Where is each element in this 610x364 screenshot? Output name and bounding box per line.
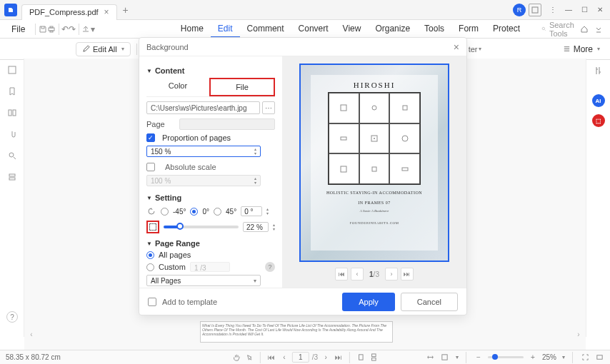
scroll-right-icon[interactable]: ›: [573, 328, 584, 340]
opacity-value-input[interactable]: 22 %: [243, 222, 269, 232]
menu-convert[interactable]: Convert: [291, 21, 336, 38]
svg-rect-21: [341, 166, 346, 172]
document-tab[interactable]: PDF_Compress.pdf ×: [21, 4, 117, 20]
app-badge-icon[interactable]: ⬚: [592, 114, 605, 127]
attachment-icon[interactable]: [6, 128, 18, 140]
preview-title: HIROSHI: [354, 81, 396, 89]
print-icon[interactable]: [47, 21, 56, 37]
svg-rect-10: [9, 174, 15, 176]
help-icon[interactable]: ?: [6, 311, 18, 323]
bookmarks-icon[interactable]: [6, 86, 18, 97]
close-window-button[interactable]: ✕: [593, 3, 607, 17]
setting-section-header[interactable]: ▼Setting: [146, 193, 275, 202]
cancel-button[interactable]: Cancel: [401, 293, 458, 311]
menu-form[interactable]: Form: [451, 21, 486, 38]
svg-point-15: [372, 106, 376, 110]
absolute-checkbox[interactable]: [146, 163, 155, 171]
search-panel-icon[interactable]: [6, 150, 18, 161]
fullscreen-icon[interactable]: [580, 353, 590, 363]
proportion-input[interactable]: 150 % ▴▾: [146, 146, 261, 157]
angle-neg45-radio[interactable]: [161, 208, 169, 216]
select-tool-icon[interactable]: [244, 353, 254, 363]
browse-button[interactable]: ⋯: [262, 101, 275, 114]
last-page-icon[interactable]: ⏭: [401, 268, 414, 280]
undo-icon[interactable]: ↶: [61, 21, 69, 37]
custom-range-input[interactable]: 1 /3: [190, 262, 230, 272]
split-icon[interactable]: [6, 107, 18, 118]
user-avatar[interactable]: R: [513, 4, 526, 16]
proportion-checkbox[interactable]: ✓: [146, 133, 155, 142]
menu-edit[interactable]: Edit: [211, 21, 240, 38]
tab-file[interactable]: File: [209, 78, 275, 96]
continuous-icon[interactable]: [369, 353, 379, 363]
page-number-input[interactable]: 1: [292, 352, 309, 363]
menu-home[interactable]: Home: [174, 21, 211, 38]
prev-page-icon[interactable]: ‹: [351, 268, 364, 280]
prev-icon[interactable]: ‹: [279, 353, 289, 363]
more-button[interactable]: More ▾: [557, 42, 606, 56]
minimize-button[interactable]: —: [561, 3, 576, 17]
zoom-out-icon[interactable]: −: [474, 353, 484, 363]
next-icon[interactable]: ›: [321, 353, 331, 363]
add-template-checkbox[interactable]: [148, 298, 156, 306]
scroll-left-icon[interactable]: ‹: [26, 328, 37, 340]
next-page-icon[interactable]: ›: [385, 268, 398, 280]
svg-rect-22: [372, 167, 376, 171]
stack-icon[interactable]: [6, 171, 18, 183]
close-tab-icon[interactable]: ×: [104, 7, 109, 17]
zoom-slider[interactable]: [488, 356, 524, 358]
first-icon[interactable]: ⏮: [266, 353, 276, 363]
file-path-input[interactable]: C:\Users\ws\Pictures\earth.jpg: [146, 101, 260, 114]
background-dialog: Background × ▼Content Color File C:\User…: [139, 37, 467, 315]
menu-view[interactable]: View: [336, 21, 369, 38]
angle-0-radio[interactable]: [190, 208, 198, 216]
fit-width-icon[interactable]: [426, 353, 436, 363]
read-mode-icon[interactable]: [594, 353, 604, 363]
last-icon[interactable]: ⏭: [334, 353, 344, 363]
save-icon[interactable]: [39, 21, 47, 37]
collapse-icon[interactable]: [594, 23, 603, 36]
edit-all-button[interactable]: Edit All ▾: [76, 42, 131, 56]
page-field[interactable]: [179, 118, 275, 130]
hand-tool-icon[interactable]: [231, 353, 241, 363]
dropdown-icon[interactable]: ▾: [90, 21, 95, 37]
thumbnails-icon[interactable]: [6, 64, 18, 76]
maximize-button[interactable]: ☐: [577, 3, 591, 17]
menu-protect[interactable]: Protect: [486, 21, 527, 38]
ai-badge-icon[interactable]: AI: [592, 94, 605, 107]
search-icon: [541, 25, 546, 33]
search-tools-input[interactable]: Search Tools: [541, 21, 577, 38]
zoom-in-icon[interactable]: +: [528, 353, 538, 363]
menu-organize[interactable]: Organize: [368, 21, 417, 38]
custom-radio[interactable]: [146, 263, 154, 271]
apply-button[interactable]: Apply: [342, 293, 395, 311]
first-page-icon[interactable]: ⏮: [335, 268, 348, 280]
new-tab-button[interactable]: +: [117, 4, 134, 16]
kebab-icon[interactable]: ⋮: [546, 3, 560, 17]
content-section-header[interactable]: ▼Content: [146, 66, 275, 75]
opacity-slider[interactable]: [164, 226, 239, 228]
titlebar: PDF_Compress.pdf × + R ⋮ — ☐ ✕: [0, 0, 610, 20]
share-icon[interactable]: [81, 21, 90, 37]
adjust-icon[interactable]: [592, 64, 605, 77]
menu-comment[interactable]: Comment: [240, 21, 291, 38]
dialog-close-icon[interactable]: ×: [454, 41, 459, 53]
menu-tools[interactable]: Tools: [417, 21, 451, 38]
pagerange-section-header[interactable]: ▼Page Range: [146, 239, 275, 248]
file-menu[interactable]: File: [4, 22, 32, 36]
pages-select[interactable]: All Pages ▾: [146, 275, 261, 286]
svg-point-5: [542, 27, 544, 29]
tab-color[interactable]: Color: [146, 78, 209, 96]
opacity-toggle-icon[interactable]: [146, 221, 159, 233]
single-page-icon[interactable]: [356, 353, 366, 363]
angle-45-radio[interactable]: [214, 208, 221, 216]
angle-value-input[interactable]: 0 °: [241, 206, 262, 216]
redo-icon[interactable]: ↷: [69, 21, 76, 37]
box-icon[interactable]: [529, 4, 541, 16]
preview-panel: HIROSHI HOLISTIC STAYING-IN ACCOMMODATIO…: [282, 56, 466, 288]
fit-page-icon[interactable]: [440, 353, 450, 363]
home-icon[interactable]: [580, 23, 589, 36]
allpages-radio[interactable]: [146, 251, 154, 259]
range-help-icon[interactable]: ?: [265, 262, 275, 272]
preview-page-indicator: 1/3: [366, 271, 382, 278]
